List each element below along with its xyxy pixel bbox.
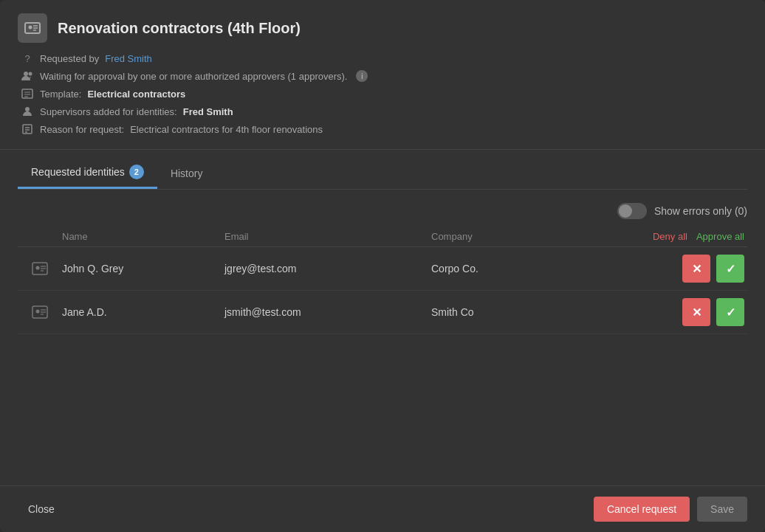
- row-2-approve-button[interactable]: ✓: [716, 298, 744, 326]
- row-1-company: Corpo Co.: [431, 263, 594, 274]
- supervisors-label: Supervisors added for identities:: [40, 106, 177, 117]
- svg-point-22: [36, 310, 40, 314]
- row-2-company: Smith Co: [431, 306, 594, 318]
- table-header: Name Email Company Deny all Approve all: [18, 227, 747, 247]
- col-email-header: Email: [224, 231, 431, 242]
- row-1-email: jgrey@test.com: [224, 263, 431, 274]
- show-errors-toggle[interactable]: [617, 203, 647, 219]
- tab-history[interactable]: History: [157, 156, 216, 189]
- footer-actions: Cancel request Save: [594, 497, 747, 522]
- row-2-email: jsmith@test.com: [224, 306, 431, 318]
- title-row: Renovation contractors (4th Floor): [18, 13, 747, 43]
- col-icon-header: [18, 231, 62, 242]
- supervisors-row: Supervisors added for identities: Fred S…: [18, 105, 747, 118]
- identities-table: Name Email Company Deny all Approve all: [18, 227, 747, 334]
- tab-requested-identities[interactable]: Requested identities 2: [18, 156, 157, 189]
- reason-row: Reason for request: Electrical contracto…: [18, 122, 747, 136]
- approval-row: Waiting for approval by one or more auth…: [18, 69, 747, 83]
- modal-header: Renovation contractors (4th Floor) ? Req…: [0, 0, 765, 150]
- svg-point-1: [29, 26, 32, 30]
- row-2-actions: ✕ ✓: [594, 298, 747, 326]
- table-row: Jane A.D. jsmith@test.com Smith Co ✕ ✓: [18, 291, 747, 334]
- modal-container: Renovation contractors (4th Floor) ? Req…: [0, 0, 765, 532]
- supervisors-value: Fred Smith: [183, 106, 233, 117]
- row-1-icon: [18, 262, 62, 275]
- tab-requested-identities-label: Requested identities: [31, 166, 125, 178]
- template-value: Electrical contractors: [87, 89, 185, 100]
- row-2-icon: [18, 305, 62, 319]
- tabs-container: Requested identities 2 History: [0, 156, 765, 190]
- row-1-name: John Q. Grey: [62, 263, 224, 274]
- requested-by-label: Requested by: [40, 53, 99, 64]
- supervisor-icon: [21, 105, 34, 118]
- waiting-text: Waiting for approval by one or more auth…: [40, 71, 347, 82]
- toolbar-row: Show errors only (0): [18, 190, 747, 227]
- row-2-deny-button[interactable]: ✕: [682, 298, 710, 326]
- approvers-icon: [21, 69, 34, 83]
- col-name-header: Name: [62, 231, 224, 242]
- modal-title: Renovation contractors (4th Floor): [58, 20, 301, 37]
- requested-by-row: ? Requested by Fred Smith: [18, 52, 747, 65]
- show-errors-toggle-container: Show errors only (0): [617, 203, 747, 219]
- svg-point-5: [24, 72, 28, 76]
- modal-footer: Close Cancel request Save: [0, 486, 765, 532]
- template-icon: [21, 87, 34, 100]
- question-icon: ?: [21, 52, 34, 65]
- title-icon: [18, 13, 47, 43]
- row-1-approve-button[interactable]: ✓: [716, 255, 744, 283]
- close-button[interactable]: Close: [18, 497, 65, 521]
- tabs-row: Requested identities 2 History: [18, 156, 747, 190]
- show-errors-label: Show errors only (0): [654, 205, 747, 217]
- reason-label: Reason for request:: [40, 124, 124, 135]
- col-company-header: Company: [431, 231, 594, 242]
- deny-all-button[interactable]: Deny all: [653, 231, 687, 242]
- col-actions-header: Deny all Approve all: [594, 231, 747, 242]
- approve-all-button[interactable]: Approve all: [696, 231, 744, 242]
- save-button[interactable]: Save: [697, 497, 747, 522]
- table-row: John Q. Grey jgrey@test.com Corpo Co. ✕ …: [18, 247, 747, 291]
- reason-value: Electrical contractors for 4th floor ren…: [130, 124, 323, 135]
- svg-point-17: [36, 266, 40, 270]
- info-icon[interactable]: i: [356, 70, 368, 82]
- requested-identities-badge: 2: [129, 165, 144, 179]
- reason-icon: [21, 122, 34, 136]
- row-1-actions: ✕ ✓: [594, 255, 747, 283]
- svg-point-6: [29, 72, 32, 76]
- cancel-request-button[interactable]: Cancel request: [594, 497, 690, 522]
- requester-name: Fred Smith: [105, 53, 152, 64]
- main-content: Show errors only (0) Name Email Company …: [0, 190, 765, 486]
- template-label: Template:: [40, 89, 81, 100]
- template-row: Template: Electrical contractors: [18, 87, 747, 100]
- row-2-name: Jane A.D.: [62, 306, 224, 318]
- tab-history-label: History: [171, 167, 203, 179]
- svg-point-11: [25, 107, 30, 111]
- row-1-deny-button[interactable]: ✕: [682, 255, 710, 283]
